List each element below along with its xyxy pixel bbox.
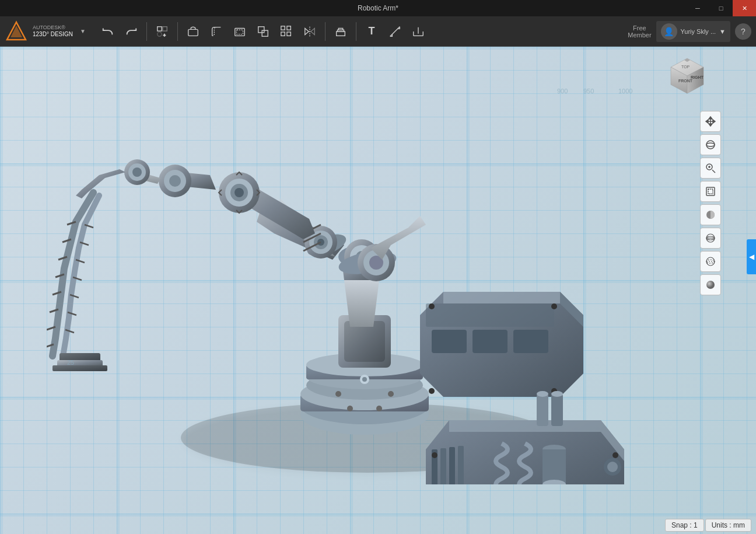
app-title: Robotic Arm* [358, 4, 398, 12]
title-bar: Robotic Arm* ─ □ ✕ [0, 0, 756, 16]
svg-marker-35 [713, 120, 715, 123]
svg-rect-13 [287, 26, 290, 29]
svg-point-66 [376, 406, 382, 411]
view-controls-panel [700, 111, 721, 295]
svg-marker-32 [709, 117, 712, 119]
avatar: 👤 [661, 23, 677, 40]
svg-rect-19 [337, 32, 345, 36]
user-area: Free Member 👤 Yuriy Skly ... ▼ ? [628, 21, 751, 42]
shaded-view-button[interactable] [700, 204, 721, 225]
svg-point-63 [335, 391, 341, 397]
fit-view-button[interactable] [700, 181, 721, 202]
svg-rect-107 [458, 446, 464, 484]
measure-button[interactable] [384, 21, 405, 42]
svg-rect-99 [513, 330, 548, 353]
logo-area: AUTODESK® 123D° DESIGN ▼ [5, 20, 88, 43]
svg-point-114 [612, 452, 618, 458]
smart-shapes-button[interactable] [183, 21, 204, 42]
svg-text:1000: 1000 [618, 88, 632, 95]
user-dropdown-icon: ▼ [719, 28, 726, 35]
svg-rect-3 [158, 26, 162, 30]
svg-rect-42 [706, 187, 715, 196]
svg-text:+: + [163, 33, 166, 38]
pattern-button[interactable] [276, 21, 297, 42]
svg-point-100 [429, 303, 435, 309]
combine-button[interactable] [253, 21, 274, 42]
orbit-view-button[interactable] [700, 134, 721, 155]
toolbar: AUTODESK® 123D° DESIGN ▼ + [0, 16, 756, 47]
svg-point-65 [347, 406, 353, 411]
svg-rect-118 [551, 394, 563, 426]
status-bar: Snap : 1 Units : mm [660, 516, 756, 534]
3d-viewport[interactable]: FRONT RIGHT TOP [0, 47, 756, 534]
divider-4 [356, 22, 356, 41]
divider-2 [177, 22, 178, 41]
zoom-view-button[interactable] [700, 158, 721, 179]
close-button[interactable]: ✕ [733, 0, 756, 16]
text-button[interactable]: T [361, 21, 382, 42]
mirror-button[interactable] [299, 21, 320, 42]
svg-point-113 [432, 452, 438, 458]
maximize-button[interactable]: □ [709, 0, 733, 16]
shell-button[interactable] [229, 21, 250, 42]
svg-rect-14 [281, 32, 285, 35]
svg-point-82 [235, 188, 244, 197]
3dprint-button[interactable] [330, 21, 351, 42]
app-menu-dropdown[interactable]: ▼ [78, 27, 88, 36]
svg-rect-20 [337, 30, 344, 32]
svg-rect-109 [542, 449, 566, 484]
right-panel-tab[interactable]: ◀ [747, 239, 756, 274]
svg-rect-117 [537, 394, 548, 426]
fillet-button[interactable] [206, 21, 227, 42]
window-controls: ─ □ ✕ [686, 0, 756, 16]
svg-point-120 [551, 391, 563, 397]
svg-rect-4 [163, 26, 167, 30]
svg-rect-95 [52, 365, 107, 371]
wireframe-view-button[interactable] [700, 228, 721, 249]
app-name: AUTODESK® 123D° DESIGN [33, 25, 73, 38]
svg-line-39 [712, 170, 715, 173]
snap-status[interactable]: Snap : 1 [665, 519, 704, 532]
minimize-button[interactable]: ─ [686, 0, 709, 16]
undo-button[interactable] [97, 21, 118, 42]
membership-status: Free Member [628, 25, 651, 39]
panel-arrow-icon: ◀ [749, 253, 754, 261]
dimension-button[interactable] [408, 21, 429, 42]
svg-rect-105 [440, 448, 446, 484]
svg-point-48 [706, 257, 715, 266]
primitives-button[interactable]: + [152, 21, 173, 42]
svg-point-92 [132, 167, 142, 177]
svg-rect-12 [281, 26, 285, 29]
svg-point-102 [429, 388, 435, 394]
svg-rect-97 [432, 330, 467, 353]
main-viewport: FRONT RIGHT TOP [0, 47, 756, 534]
help-button[interactable]: ? [735, 23, 751, 40]
svg-marker-34 [706, 120, 708, 123]
right-label: RIGHT [691, 75, 704, 79]
svg-rect-9 [236, 30, 243, 34]
units-status[interactable]: Units : mm [705, 519, 751, 532]
divider-1 [146, 22, 147, 41]
svg-text:900: 900 [557, 88, 568, 95]
svg-point-89 [169, 175, 181, 187]
svg-point-51 [706, 281, 715, 289]
svg-marker-18 [311, 28, 314, 34]
svg-rect-98 [473, 330, 508, 353]
svg-point-36 [706, 141, 715, 149]
user-account-button[interactable]: 👤 Yuriy Skly ... ▼ [656, 21, 730, 42]
svg-text:950: 950 [583, 88, 594, 95]
redo-button[interactable] [121, 21, 142, 42]
svg-rect-7 [188, 29, 198, 36]
svg-rect-15 [287, 32, 290, 35]
hidden-line-button[interactable] [700, 251, 721, 272]
svg-marker-17 [305, 28, 309, 34]
svg-marker-33 [709, 124, 712, 126]
svg-point-5 [158, 32, 162, 36]
pan-view-button[interactable] [700, 111, 721, 132]
svg-point-62 [362, 377, 367, 382]
material-view-button[interactable] [700, 274, 721, 295]
svg-rect-96 [426, 303, 554, 327]
divider-3 [325, 22, 326, 41]
svg-point-37 [706, 143, 715, 146]
svg-text:TOP: TOP [681, 65, 690, 69]
